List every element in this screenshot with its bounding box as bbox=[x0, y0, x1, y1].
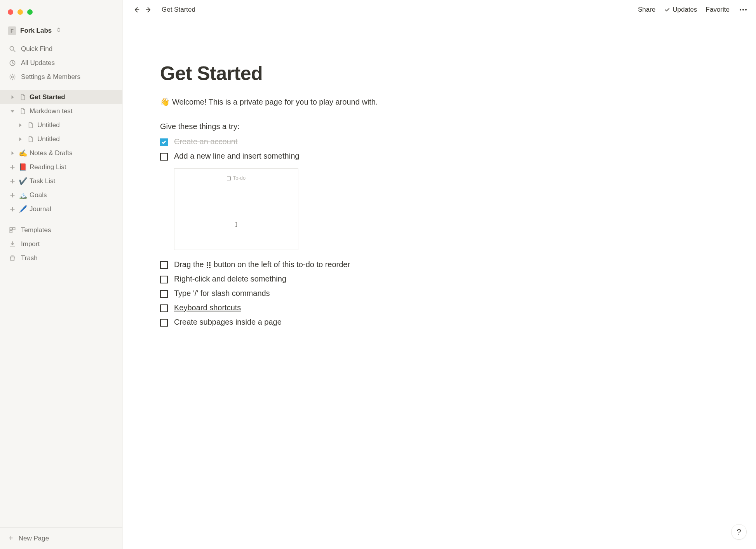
svg-point-0 bbox=[10, 46, 14, 50]
page-icon bbox=[26, 122, 35, 129]
todo-checkbox[interactable] bbox=[160, 153, 168, 161]
workspace-icon: F bbox=[8, 26, 16, 35]
todo-list: Create an accountAdd a new line and inse… bbox=[160, 137, 408, 327]
all-updates-button[interactable]: All Updates bbox=[0, 56, 122, 70]
emoji-icon: ✍️ bbox=[19, 149, 27, 157]
new-page-label: New Page bbox=[19, 535, 49, 542]
todo-text: Add a new line and insert something bbox=[174, 152, 299, 161]
help-button[interactable]: ? bbox=[731, 524, 747, 540]
topbar: Get Started Share Updates Favorite bbox=[123, 0, 756, 19]
page-tree-item-label: Get Started bbox=[30, 93, 65, 101]
page-tree-item[interactable]: Markdown test bbox=[0, 104, 122, 118]
text-cursor-icon: I bbox=[235, 221, 237, 228]
todo-item[interactable]: Drag the button on the left of this to-d… bbox=[160, 260, 408, 269]
todo-checkbox[interactable] bbox=[160, 304, 168, 312]
share-button[interactable]: Share bbox=[638, 6, 655, 14]
todo-text: Keyboard shortcuts bbox=[174, 303, 241, 312]
todo-item[interactable]: Create an account bbox=[160, 137, 408, 146]
page-tree-item-label: Untitled bbox=[37, 121, 60, 129]
todo-checkbox[interactable] bbox=[160, 138, 168, 146]
all-updates-label: All Updates bbox=[21, 59, 55, 67]
back-button[interactable] bbox=[131, 4, 142, 16]
chevron-right-icon[interactable] bbox=[9, 93, 16, 101]
window-controls bbox=[0, 0, 122, 19]
add-page-icon[interactable] bbox=[9, 177, 16, 185]
checkbox-icon bbox=[227, 177, 231, 180]
search-icon bbox=[9, 45, 16, 53]
chevron-updown-icon bbox=[56, 27, 61, 34]
favorite-button[interactable]: Favorite bbox=[706, 6, 730, 14]
svg-rect-6 bbox=[10, 231, 12, 233]
quick-find-label: Quick Find bbox=[21, 45, 52, 53]
intro-line[interactable]: 👋 Welcome! This is a private page for yo… bbox=[160, 97, 408, 107]
emoji-icon: ✔️ bbox=[19, 177, 27, 185]
breadcrumb[interactable]: Get Started bbox=[162, 6, 195, 14]
page-tree-item[interactable]: 🖊️Journal bbox=[0, 202, 122, 216]
todo-checkbox[interactable] bbox=[160, 290, 168, 298]
page-tree-item[interactable]: 🏔️Goals bbox=[0, 188, 122, 202]
close-window-button[interactable] bbox=[8, 9, 13, 15]
emoji-icon: 📕 bbox=[19, 163, 27, 171]
page-title[interactable]: Get Started bbox=[160, 62, 408, 85]
emoji-icon: 🏔️ bbox=[19, 191, 27, 199]
todo-text: Create an account bbox=[174, 137, 237, 146]
todo-checkbox[interactable] bbox=[160, 276, 168, 283]
drag-handle-icon bbox=[207, 262, 211, 268]
todo-text: Create subpages inside a page bbox=[174, 318, 282, 327]
main-area: Get Started Share Updates Favorite Get S… bbox=[123, 0, 756, 549]
page-tree-item[interactable]: Get Started bbox=[0, 90, 122, 104]
chevron-right-icon[interactable] bbox=[16, 121, 24, 129]
todo-text: Right-click and delete something bbox=[174, 274, 286, 283]
import-label: Import bbox=[21, 240, 40, 248]
import-button[interactable]: Import bbox=[0, 237, 122, 251]
todo-item[interactable]: Add a new line and insert something bbox=[160, 152, 408, 161]
try-heading[interactable]: Give these things a try: bbox=[160, 122, 408, 131]
page-icon bbox=[26, 136, 35, 143]
todo-item[interactable]: Keyboard shortcuts bbox=[160, 303, 408, 312]
page-tree-item[interactable]: ✍️Notes & Drafts bbox=[0, 146, 122, 160]
todo-item[interactable]: Type '/' for slash commands bbox=[160, 289, 408, 298]
trash-button[interactable]: Trash bbox=[0, 251, 122, 265]
gear-icon bbox=[9, 73, 16, 81]
intro-text: Welcome! This is a private page for you … bbox=[172, 98, 378, 107]
page-tree-item[interactable]: Untitled bbox=[0, 118, 122, 132]
templates-label: Templates bbox=[21, 226, 51, 234]
todo-checkbox[interactable] bbox=[160, 261, 168, 269]
emoji-icon: 🖊️ bbox=[19, 205, 27, 213]
more-button[interactable] bbox=[738, 9, 748, 10]
wave-emoji: 👋 bbox=[160, 97, 170, 107]
chevron-right-icon[interactable] bbox=[16, 135, 24, 143]
svg-rect-4 bbox=[10, 227, 12, 230]
embed-preview[interactable]: To-doI bbox=[174, 168, 298, 250]
page-tree-item-label: Journal bbox=[30, 205, 51, 213]
page-tree-item[interactable]: Untitled bbox=[0, 132, 122, 146]
minimize-window-button[interactable] bbox=[17, 9, 23, 15]
chevron-down-icon[interactable] bbox=[9, 107, 16, 115]
settings-button[interactable]: Settings & Members bbox=[0, 70, 122, 84]
settings-label: Settings & Members bbox=[21, 73, 80, 81]
page-tree-item-label: Goals bbox=[30, 191, 47, 199]
page-tree-item[interactable]: 📕Reading List bbox=[0, 160, 122, 174]
add-page-icon[interactable] bbox=[9, 163, 16, 171]
updates-button[interactable]: Updates bbox=[664, 6, 697, 14]
todo-checkbox[interactable] bbox=[160, 319, 168, 327]
svg-line-1 bbox=[14, 50, 15, 52]
add-page-icon[interactable] bbox=[9, 205, 16, 213]
todo-item[interactable]: Right-click and delete something bbox=[160, 274, 408, 283]
workspace-switcher[interactable]: F Fork Labs bbox=[2, 24, 120, 37]
maximize-window-button[interactable] bbox=[27, 9, 33, 15]
page-tree-item[interactable]: ✔️Task List bbox=[0, 174, 122, 188]
chevron-right-icon[interactable] bbox=[9, 149, 16, 157]
sidebar: F Fork Labs Quick Find All Updates Setti… bbox=[0, 0, 123, 549]
add-page-icon[interactable] bbox=[9, 191, 16, 199]
page-icon bbox=[19, 108, 27, 115]
quick-find-button[interactable]: Quick Find bbox=[0, 42, 122, 56]
clock-icon bbox=[9, 59, 16, 67]
templates-button[interactable]: Templates bbox=[0, 223, 122, 237]
plus-icon: + bbox=[9, 534, 13, 543]
forward-button[interactable] bbox=[143, 4, 155, 16]
new-page-button[interactable]: + New Page bbox=[0, 527, 122, 549]
todo-item[interactable]: Create subpages inside a page bbox=[160, 318, 408, 327]
todo-text: Drag the button on the left of this to-d… bbox=[174, 260, 350, 269]
page-icon bbox=[19, 94, 27, 101]
